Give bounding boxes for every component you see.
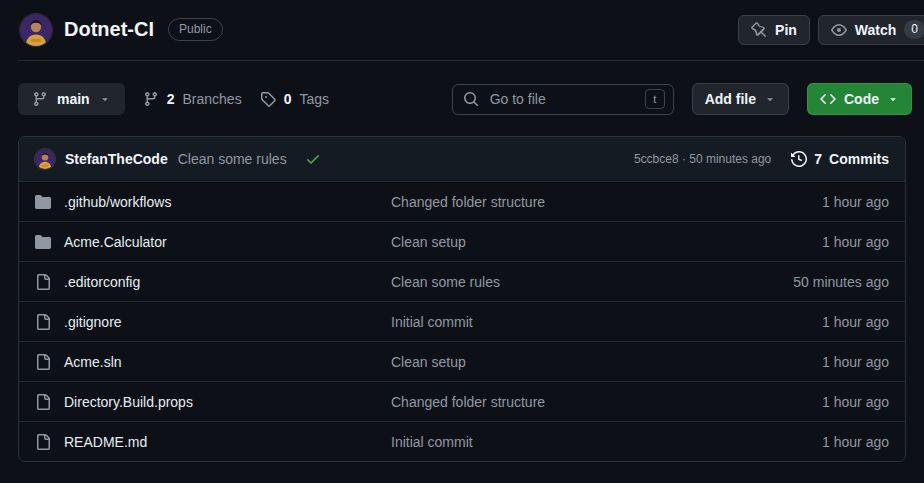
file-name-link[interactable]: README.md	[64, 434, 147, 450]
row-commit-age-link[interactable]: 1 hour ago	[822, 314, 889, 330]
commit-author-link[interactable]: StefanTheCode	[65, 151, 168, 167]
row-commit-age-link[interactable]: 1 hour ago	[822, 234, 889, 250]
row-commit-message-link[interactable]: Clean setup	[391, 234, 822, 250]
file-name-link[interactable]: Directory.Build.props	[64, 394, 193, 410]
search-icon	[463, 91, 479, 107]
repo-owner-avatar[interactable]	[20, 14, 52, 46]
folder-icon	[35, 234, 51, 250]
file-icon	[35, 434, 51, 450]
repo-header: Dotnet-CI Public Pin Watch 0	[0, 0, 924, 60]
branches-label: Branches	[182, 91, 241, 107]
code-button-label: Code	[844, 91, 879, 107]
commit-history-link[interactable]: 7 Commits	[791, 151, 889, 167]
code-button[interactable]: Code	[807, 83, 912, 115]
file-icon	[35, 314, 51, 330]
file-name-cell: .editorconfig	[35, 274, 391, 290]
commits-count: 7	[814, 151, 822, 167]
check-icon[interactable]	[305, 151, 321, 167]
add-file-label: Add file	[705, 91, 756, 107]
latest-commit-meta: 5ccbce8 · 50 minutes ago 7 Commits	[634, 151, 889, 167]
commit-author-avatar[interactable]	[35, 149, 55, 169]
search-key-hint: t	[645, 89, 665, 109]
file-icon	[35, 354, 51, 370]
triangle-down-icon	[887, 93, 899, 105]
file-list: .github/workflowsChanged folder structur…	[19, 181, 905, 461]
branches-count: 2	[167, 91, 175, 107]
file-name-cell: Acme.sln	[35, 354, 391, 370]
file-row: Acme.CalculatorClean setup1 hour ago	[19, 221, 905, 261]
commits-label: Commits	[829, 151, 889, 167]
file-name-cell: Directory.Build.props	[35, 394, 391, 410]
row-commit-message-link[interactable]: Changed folder structure	[391, 394, 822, 410]
git-branch-icon	[143, 91, 159, 107]
branch-selector[interactable]: main	[18, 83, 125, 115]
file-row: .editorconfigClean some rules50 minutes …	[19, 261, 905, 301]
watch-button[interactable]: Watch 0	[818, 15, 924, 45]
tags-count: 0	[284, 91, 292, 107]
file-name-link[interactable]: .gitignore	[64, 314, 122, 330]
file-name-cell: .github/workflows	[35, 194, 391, 210]
row-commit-age-link[interactable]: 1 hour ago	[822, 194, 889, 210]
tags-label: Tags	[299, 91, 329, 107]
triangle-down-icon	[764, 93, 776, 105]
avatar-image	[35, 149, 55, 169]
visibility-badge: Public	[168, 18, 223, 41]
watch-button-label: Watch	[855, 22, 896, 38]
file-name-link[interactable]: .github/workflows	[64, 194, 171, 210]
eye-icon	[831, 22, 847, 38]
file-name-cell: Acme.Calculator	[35, 234, 391, 250]
file-row: Directory.Build.propsChanged folder stru…	[19, 381, 905, 421]
pin-button[interactable]: Pin	[738, 15, 810, 45]
row-commit-age-link[interactable]: 1 hour ago	[822, 354, 889, 370]
current-branch-label: main	[57, 91, 90, 107]
row-commit-age-link[interactable]: 1 hour ago	[822, 434, 889, 450]
file-name-link[interactable]: Acme.Calculator	[64, 234, 167, 250]
git-branch-icon	[32, 91, 48, 107]
row-commit-message-link[interactable]: Changed folder structure	[391, 194, 822, 210]
row-commit-age-link[interactable]: 1 hour ago	[822, 394, 889, 410]
triangle-down-icon	[99, 93, 111, 105]
file-name-link[interactable]: Acme.sln	[64, 354, 122, 370]
file-row: .gitignoreInitial commit1 hour ago	[19, 301, 905, 341]
file-icon	[35, 394, 51, 410]
row-commit-age-link[interactable]: 50 minutes ago	[793, 274, 889, 290]
file-name-cell: .gitignore	[35, 314, 391, 330]
row-commit-message-link[interactable]: Clean setup	[391, 354, 822, 370]
file-name-cell: README.md	[35, 434, 391, 450]
file-name-link[interactable]: .editorconfig	[64, 274, 140, 290]
search-input[interactable]	[488, 90, 636, 108]
row-commit-message-link[interactable]: Clean some rules	[391, 274, 793, 290]
history-icon	[791, 151, 807, 167]
latest-commit-bar: StefanTheCode Clean some rules 5ccbce8 ·…	[19, 137, 905, 181]
pin-button-label: Pin	[775, 22, 797, 38]
folder-icon	[35, 194, 51, 210]
file-icon	[35, 274, 51, 290]
header-divider	[18, 60, 924, 61]
file-row: .github/workflowsChanged folder structur…	[19, 181, 905, 221]
tag-icon	[260, 91, 276, 107]
repo-header-actions: Pin Watch 0	[738, 15, 924, 45]
repo-name[interactable]: Dotnet-CI	[64, 18, 154, 41]
branches-link[interactable]: 2 Branches	[143, 91, 242, 107]
avatar-image	[20, 14, 52, 46]
add-file-button[interactable]: Add file	[692, 83, 789, 115]
latest-commit-info: StefanTheCode Clean some rules	[35, 149, 321, 169]
row-commit-message-link[interactable]: Initial commit	[391, 434, 822, 450]
repo-title-group: Dotnet-CI Public	[20, 14, 223, 46]
go-to-file-search[interactable]: t	[452, 84, 674, 115]
file-table: StefanTheCode Clean some rules 5ccbce8 ·…	[18, 136, 906, 462]
code-icon	[820, 91, 836, 107]
file-row: Acme.slnClean setup1 hour ago	[19, 341, 905, 381]
tags-link[interactable]: 0 Tags	[260, 91, 329, 107]
pin-icon	[751, 22, 767, 38]
row-commit-message-link[interactable]: Initial commit	[391, 314, 822, 330]
watch-count-badge: 0	[904, 20, 924, 39]
repo-toolbar: main 2 Branches 0 Tags t Add file Code	[18, 83, 912, 115]
commit-message-link[interactable]: Clean some rules	[178, 151, 287, 167]
file-row: README.mdInitial commit1 hour ago	[19, 421, 905, 461]
commit-sha-time[interactable]: 5ccbce8 · 50 minutes ago	[634, 152, 771, 166]
